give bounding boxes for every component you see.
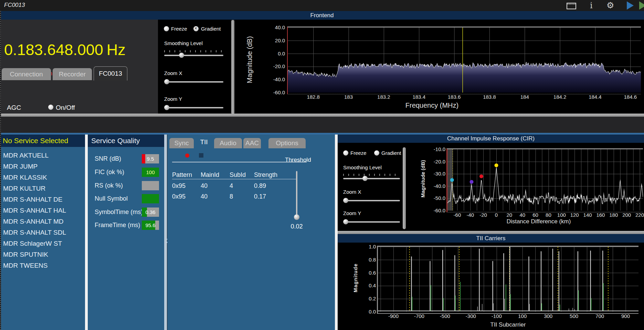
x-tick-label: 700 xyxy=(590,313,610,319)
frontend-scrollbar[interactable] xyxy=(231,20,234,114)
service-header: No Service Selected xyxy=(0,135,85,147)
tii-table-header: SubId xyxy=(230,171,246,179)
quality-bar xyxy=(142,181,159,190)
cir-zoom-x-slider[interactable] xyxy=(343,200,400,201)
x-tick-label: 183.6 xyxy=(444,94,465,100)
quality-label: SymbolTime (ms) xyxy=(95,209,143,216)
tab-fc0013[interactable]: FC0013 xyxy=(94,66,127,81)
play-secondary-icon[interactable] xyxy=(639,1,644,10)
tab-connection[interactable]: Connection xyxy=(2,68,51,80)
threshold-slider-thumb[interactable] xyxy=(294,214,299,220)
zoom-x-label: Zoom X xyxy=(164,70,182,76)
threshold-slider[interactable] xyxy=(296,171,297,219)
cir-xlabel: Distance Difference (km) xyxy=(487,218,590,225)
service-item[interactable]: MDR KULTUR xyxy=(0,183,85,194)
smoothing-slider-thumb[interactable] xyxy=(179,53,184,58)
tii-table-cell: 40 xyxy=(201,193,208,200)
x-tick-label: 183.2 xyxy=(373,94,394,100)
cir-zoom-y-slider[interactable] xyxy=(343,221,400,223)
gradient-label: Gradient xyxy=(201,26,221,32)
agc-onoff-label: On/Off xyxy=(56,104,75,111)
frontend-header: Frontend xyxy=(0,11,644,20)
service-item[interactable]: MDR S-ANHALT DE xyxy=(0,194,85,205)
y-tick-label: -10.0 xyxy=(426,146,445,152)
gear-icon[interactable]: ⚙ xyxy=(606,0,614,10)
tab-options[interactable]: Options xyxy=(268,138,306,148)
freeze-label: Freeze xyxy=(171,26,187,32)
frontend-spectrum-plot[interactable] xyxy=(287,26,641,94)
window-icon[interactable] xyxy=(567,3,576,9)
service-item[interactable]: MDR JUMP xyxy=(0,161,85,172)
quality-value: 95.6 xyxy=(142,221,159,230)
service-item[interactable]: MDR SchlagerW ST xyxy=(0,238,85,249)
frequency-display: 0.183.648.000Hz xyxy=(4,41,126,59)
service-item[interactable]: MDR TWEENS xyxy=(0,260,85,271)
quality-label: Null Symbol xyxy=(95,195,128,202)
cir-zoom-y-slider-thumb[interactable] xyxy=(343,219,348,224)
tii-table-cell: 0.17 xyxy=(254,193,266,200)
info-icon[interactable]: i xyxy=(590,1,593,10)
horizontal-splitter-top[interactable] xyxy=(0,114,644,117)
x-tick-label: 184.6 xyxy=(620,94,641,100)
x-tick-label: -500 xyxy=(435,313,455,319)
y-tick-label: -60.0 xyxy=(426,207,445,213)
y-tick-label: -60.0 xyxy=(266,89,285,95)
quality-bar: 100 xyxy=(142,168,159,177)
cir-scrollbar[interactable] xyxy=(403,147,406,229)
tii-carriers-plot[interactable] xyxy=(377,246,638,314)
cir-gradient-radio[interactable] xyxy=(374,150,379,156)
service-item[interactable]: MDR AKTUELL xyxy=(0,150,85,161)
freeze-radio[interactable] xyxy=(164,26,169,31)
zoom-y-label: Zoom Y xyxy=(164,96,182,102)
service-item[interactable]: MDR S-ANHALT SDL xyxy=(0,227,85,238)
x-tick-label: 220 xyxy=(630,212,644,218)
zoom-x-slider-thumb[interactable] xyxy=(164,79,169,84)
tii-table-cell: 8 xyxy=(230,193,233,200)
tab-sync[interactable]: Sync xyxy=(169,138,194,148)
zoom-y-slider[interactable] xyxy=(164,107,223,108)
tii-table-cell: 0x95 xyxy=(172,193,186,200)
window-title: FC0013 xyxy=(4,2,25,9)
play-icon[interactable] xyxy=(627,1,634,10)
x-tick-label: 183.8 xyxy=(479,94,500,100)
service-item[interactable]: MDR S-ANHALT MD xyxy=(0,216,85,227)
x-tick-label: -900 xyxy=(383,313,404,319)
y-tick-label: 0.2 xyxy=(357,296,376,301)
gradient-radio-checked[interactable]: ✕ xyxy=(193,26,199,31)
tab-aac[interactable]: AAC xyxy=(243,138,261,148)
x-tick-label: 900 xyxy=(615,313,636,319)
splitter-services[interactable] xyxy=(85,135,88,330)
quality-value: 0.36 xyxy=(142,207,159,217)
y-tick-label: -50.0 xyxy=(426,195,445,201)
frontend-ylabel: Magnitude (dB) xyxy=(246,22,254,98)
y-tick-label: -20.0 xyxy=(266,63,285,69)
cir-smoothing-slider-thumb[interactable] xyxy=(362,176,368,181)
cir-smoothing-slider[interactable] xyxy=(343,178,400,179)
tab-audio[interactable]: Audio xyxy=(214,138,242,148)
threshold-value: 0.02 xyxy=(286,223,307,230)
sync-indicator-icon xyxy=(185,153,189,158)
table-header-underline xyxy=(172,179,297,179)
service-item[interactable]: MDR SPUTNIK xyxy=(0,249,85,260)
service-item[interactable]: MDR S-ANHALT HAL xyxy=(0,205,85,216)
decoder-panel xyxy=(167,135,335,330)
x-check-icon: ✕ xyxy=(194,26,197,31)
zoom-y-slider-thumb[interactable] xyxy=(164,105,169,110)
tab-tii[interactable]: TII xyxy=(195,136,213,148)
application-window: FC0013 i ⚙ Frontend 0.183.648.000Hz 43 p… xyxy=(0,0,644,330)
horizontal-splitter-right[interactable] xyxy=(338,231,644,234)
service-item[interactable]: MDR KLASSIK xyxy=(0,172,85,183)
cir-plot[interactable] xyxy=(446,148,643,212)
splitter-quality[interactable] xyxy=(164,135,167,330)
tab-recorder[interactable]: Recorder xyxy=(53,68,92,80)
cir-freeze-radio[interactable] xyxy=(343,150,348,156)
smoothing-slider[interactable] xyxy=(164,55,223,56)
cir-freeze-label: Freeze xyxy=(350,150,367,156)
cir-zoom-x-slider-thumb[interactable] xyxy=(343,198,348,203)
cir-smoothing-label: Smoothing Level xyxy=(343,164,382,170)
splitter-decoder[interactable] xyxy=(335,135,338,330)
agc-radio[interactable] xyxy=(48,105,53,110)
zoom-x-slider[interactable] xyxy=(164,81,223,83)
quality-header: Service Quality xyxy=(88,135,164,147)
y-tick-label: -40.0 xyxy=(426,183,445,189)
